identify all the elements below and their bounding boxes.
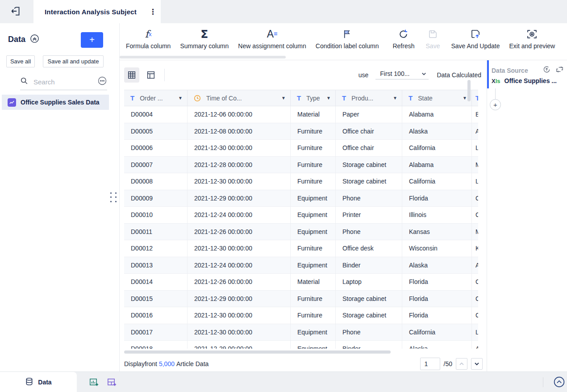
table-cell: Equipment	[291, 341, 336, 349]
text-type-icon: T	[130, 94, 134, 102]
filter-caret-icon[interactable]: ▼	[393, 96, 397, 100]
row-count-value: 5,000	[159, 360, 175, 367]
assignment-icon: A=	[267, 28, 278, 40]
filter-caret-icon[interactable]: ▼	[326, 96, 331, 100]
table-cell: Alabama	[402, 106, 472, 123]
table-row: D000142021-12-26 00:00:00MaterialLaptopF…	[124, 274, 478, 291]
column-header-time[interactable]: Time of Co... ▼	[188, 90, 291, 106]
chevron-down-icon	[421, 71, 427, 77]
xls-file-icon: Xls	[492, 78, 500, 84]
pagination: /50	[420, 358, 483, 370]
table-cell: Printer	[336, 207, 402, 223]
search-input[interactable]	[33, 78, 92, 86]
table-cell: M	[472, 224, 478, 240]
table-cell: D00005	[124, 123, 188, 140]
save-all-button[interactable]: Save all	[6, 55, 35, 67]
table-cell: Phone	[336, 190, 402, 207]
table-row: D000122021-12-30 00:00:00FurnitureOffice…	[124, 240, 478, 257]
page-total-label: /50	[444, 360, 452, 367]
table-cell: Phone	[336, 224, 402, 240]
column-header-state[interactable]: T State ▼	[402, 90, 472, 106]
table-cell: Laptop	[336, 274, 402, 290]
collapse-panel-icon[interactable]	[30, 34, 39, 45]
toolbar: fx Formula column Σ Summary column A= Ne…	[120, 23, 567, 60]
table-cell: Storage cabinet	[336, 307, 402, 324]
add-component-icon[interactable]	[88, 376, 99, 388]
collapse-bottom-bar-icon[interactable]	[553, 376, 565, 388]
formula-column-button[interactable]: fx Formula column	[126, 28, 171, 50]
database-icon	[25, 377, 33, 388]
search-icon	[20, 77, 28, 87]
page-number-input[interactable]	[420, 358, 440, 370]
data-source-item[interactable]: Xls Office Supplies ...	[492, 77, 557, 84]
kebab-menu-icon[interactable]: ⋮	[149, 7, 157, 17]
table-cell: Binder	[336, 257, 402, 274]
table-cell: 2021-12-29 00:00:00	[188, 291, 291, 307]
previous-page-button[interactable]	[456, 358, 467, 370]
table-cell: D00016	[124, 307, 188, 324]
add-node-button[interactable]: +	[490, 99, 501, 110]
save-and-update-button[interactable]: Save And Update	[451, 28, 500, 50]
top-bar: Interaction Analysis Subject ⋮	[0, 0, 567, 23]
table-cell: California	[402, 140, 472, 156]
table-cell: Phone	[336, 324, 402, 341]
refresh-button[interactable]: Refresh	[392, 28, 414, 50]
column-header-type[interactable]: T Type ▼	[291, 90, 336, 106]
new-assignment-column-button[interactable]: A= New assignment column	[238, 28, 306, 50]
more-options-icon[interactable]	[97, 76, 107, 88]
data-source-name: Office Supplies ...	[504, 77, 557, 84]
table-cell: D00011	[124, 224, 188, 240]
save-update-icon	[470, 28, 481, 40]
table-cell: Material	[291, 274, 336, 290]
summary-column-button[interactable]: Σ Summary column	[180, 28, 229, 50]
table-row: D000082021-12-30 00:00:00FurnitureStorag…	[124, 173, 478, 190]
row-limit-dropdown[interactable]: First 100...	[375, 70, 429, 79]
table-cell: Furniture	[291, 140, 336, 156]
table-cell: Furniture	[291, 157, 336, 173]
save-all-and-update-button[interactable]: Save all and update	[43, 55, 104, 67]
sidebar-title: Data	[8, 35, 25, 44]
filter-caret-icon[interactable]: ▼	[281, 96, 286, 100]
tab-data[interactable]: Data	[0, 372, 77, 392]
table-cell: Material	[291, 106, 336, 123]
column-header-product[interactable]: T Produ... ▼	[336, 90, 402, 106]
filter-caret-icon[interactable]: ▼	[463, 96, 467, 100]
grid-view-toggle[interactable]	[124, 67, 139, 83]
table-cell: L	[472, 173, 478, 190]
divider	[543, 377, 543, 387]
horizontal-scrollbar[interactable]	[124, 350, 391, 354]
card-view-toggle[interactable]	[143, 67, 158, 83]
use-label: use	[359, 71, 369, 79]
table-cell: C	[472, 207, 478, 223]
switch-data-icon[interactable]	[555, 65, 564, 75]
update-data-icon[interactable]	[542, 65, 551, 75]
selected-accent-bar	[487, 60, 489, 88]
filter-caret-icon[interactable]: ▼	[178, 96, 183, 100]
table-cell: C	[472, 291, 478, 307]
exit-and-preview-button[interactable]: Exit and preview	[509, 28, 555, 50]
toolbar-scrollbar[interactable]	[120, 56, 286, 58]
table-cell: K	[472, 240, 478, 257]
table-cell: Storage cabinet	[336, 291, 402, 307]
table-row: D000172021-12-30 00:00:00EquipmentPhoneC…	[124, 324, 478, 341]
next-page-button[interactable]	[471, 358, 483, 370]
table-cell: 2021-12-30 00:00:00	[188, 140, 291, 156]
vertical-scrollbar[interactable]	[467, 80, 471, 101]
table-cell: Office desk	[336, 240, 402, 257]
add-data-button[interactable]: +	[81, 32, 103, 48]
date-type-icon	[194, 95, 201, 102]
table-cell: Furniture	[291, 123, 336, 140]
table-row: D000092021-12-29 00:00:00EquipmentPhoneF…	[124, 190, 478, 207]
condition-label-column-button[interactable]: Condition label column	[316, 28, 379, 50]
column-header-order[interactable]: T Order ... ▼	[124, 90, 188, 106]
bottom-tab-bar: Data	[0, 371, 567, 392]
table-cell: 2021-12-06 00:00:00	[188, 106, 291, 123]
panel-resize-handle[interactable]	[110, 192, 117, 203]
save-button[interactable]: Save	[424, 28, 442, 50]
table-cell: Florida	[402, 291, 472, 307]
add-dashboard-icon[interactable]	[105, 376, 117, 388]
column-header-partial[interactable]: T	[472, 90, 478, 106]
table-rows: D000042021-12-06 00:00:00MaterialPaperAl…	[124, 106, 478, 349]
exit-door-icon[interactable]	[10, 5, 24, 18]
sidebar-item-office-supplies-sales-data[interactable]: Office Supplies Sales Data	[2, 95, 109, 110]
